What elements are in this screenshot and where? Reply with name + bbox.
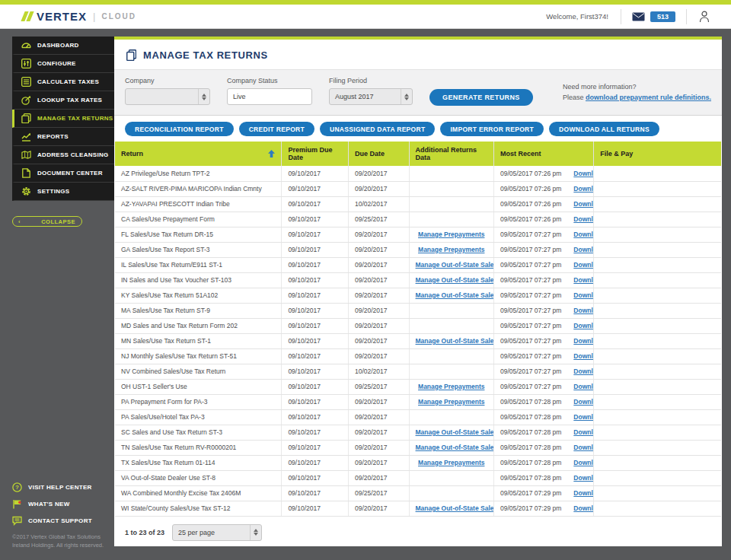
download-link[interactable]: Download — [573, 413, 593, 421]
sidebar-help-link[interactable]: CONTACT SUPPORT — [12, 516, 114, 526]
premium-due-date-cell: 09/10/2017 — [282, 288, 349, 303]
download-link[interactable]: Download — [573, 185, 593, 192]
collapse-label: COLLAPSE — [41, 218, 75, 225]
download-link[interactable]: Download — [573, 368, 593, 375]
company-select[interactable] — [125, 88, 210, 105]
report-button[interactable]: UNASSIGNED DATA REPORT — [320, 122, 435, 136]
additional-returns-cell: Manage Out-of-State Sales — [409, 288, 493, 303]
additional-returns-link[interactable]: Manage Out-of-State Sales — [416, 276, 494, 284]
most-recent-timestamp: 09/05/2017 07:27 pm — [500, 291, 561, 299]
report-button[interactable]: DOWNLOAD ALL RETURNS — [549, 122, 659, 136]
message-count-badge[interactable]: 513 — [650, 11, 675, 22]
download-link[interactable]: Download — [573, 337, 593, 345]
sidebar-item[interactable]: ADDRESS CLEANSING — [12, 146, 114, 164]
page-title: MANAGE TAX RETURNS — [143, 49, 268, 61]
most-recent-cell: 09/05/2017 07:27 pm Download — [493, 227, 593, 242]
most-recent-timestamp: 09/05/2017 07:26 pm — [500, 215, 561, 223]
sort-ascending-icon[interactable] — [268, 150, 275, 158]
download-link[interactable]: Download — [573, 291, 593, 299]
download-link[interactable]: Download — [573, 383, 593, 390]
download-link[interactable]: Download — [573, 352, 593, 360]
report-button[interactable]: IMPORT ERROR REPORT — [440, 122, 544, 136]
download-link[interactable]: Download — [573, 200, 593, 208]
additional-returns-link[interactable]: Manage Prepayments — [418, 398, 484, 406]
table-row: WI State/County Sales/Use Tax ST-12 09/1… — [115, 501, 721, 516]
svg-text:?: ? — [15, 484, 19, 491]
company-status-label: Company Status — [227, 77, 312, 84]
table-row: MA Sales/Use Tax Return ST-9 09/10/2017 … — [115, 303, 721, 318]
additional-returns-link[interactable]: Manage Out-of-State Sales — [416, 444, 494, 451]
download-link[interactable]: Download — [573, 459, 593, 466]
download-link[interactable]: Download — [573, 231, 593, 238]
collapse-button[interactable]: ‹ COLLAPSE — [12, 216, 82, 227]
additional-returns-link[interactable]: Manage Prepayments — [418, 246, 484, 253]
additional-returns-link[interactable]: Manage Prepayments — [418, 459, 484, 466]
sidebar-item[interactable]: DOCUMENT CENTER — [12, 164, 114, 183]
download-link[interactable]: Download — [573, 276, 593, 284]
column-header-most-recent[interactable]: Most Recent — [493, 142, 593, 166]
column-header-due-date[interactable]: Due Date — [348, 142, 409, 166]
download-link[interactable]: Download — [573, 170, 593, 177]
due-date-cell: 09/25/2017 — [348, 485, 409, 501]
download-link[interactable]: Download — [573, 398, 593, 406]
most-recent-cell: 09/05/2017 07:27 pm Download — [493, 303, 593, 318]
download-link[interactable]: Download — [573, 474, 593, 482]
most-recent-timestamp: 09/05/2017 07:27 pm — [500, 368, 561, 375]
download-link[interactable]: Download — [573, 322, 593, 329]
sidebar-help-link[interactable]: ? VISIT HELP CENTER — [12, 482, 114, 492]
most-recent-timestamp: 09/05/2017 07:28 pm — [500, 474, 561, 482]
return-name-cell: TX Sales/Use Tax Return 01-114 — [115, 455, 282, 470]
premium-due-date-cell: 09/10/2017 — [282, 409, 349, 425]
per-page-select[interactable]: 25 per page — [172, 524, 262, 541]
column-header-return[interactable]: Return — [115, 142, 282, 166]
sidebar-item[interactable]: REPORTS — [12, 128, 114, 146]
additional-returns-cell — [409, 166, 493, 181]
download-link[interactable]: Download — [573, 428, 593, 436]
sidebar-item[interactable]: DASHBOARD — [12, 37, 114, 55]
additional-returns-link[interactable]: Manage Out-of-State Sales — [416, 428, 494, 436]
account-button[interactable] — [687, 11, 722, 23]
sidebar-item[interactable]: SETTINGS — [12, 183, 114, 201]
return-name-cell: AZ-SALT RIVER-PIMA MARICOPA Indian Cmnty — [115, 181, 282, 196]
download-link[interactable]: Download — [573, 246, 593, 253]
premium-due-date-cell: 09/10/2017 — [282, 333, 349, 348]
mail-icon[interactable] — [632, 12, 645, 21]
download-link[interactable]: Download — [573, 307, 593, 314]
download-link[interactable]: Download — [573, 261, 593, 269]
sidebar-item[interactable]: CALCULATE TAXES — [12, 73, 114, 91]
messages-button[interactable]: 513 — [621, 11, 686, 22]
additional-returns-link[interactable]: Manage Out-of-State Sales — [416, 337, 494, 345]
download-link[interactable]: Download — [573, 215, 593, 223]
column-header-premium-due-date[interactable]: Premium Due Date — [282, 142, 349, 166]
download-link[interactable]: Download — [573, 444, 593, 451]
additional-returns-link[interactable]: Manage Prepayments — [418, 231, 484, 238]
sidebar-item[interactable]: LOOKUP TAX RATES — [12, 91, 114, 110]
additional-returns-link[interactable]: Manage Prepayments — [418, 383, 484, 390]
return-name-cell: VA Out-of-State Dealer Use ST-8 — [115, 470, 282, 485]
column-header-file-and-pay[interactable]: File & Pay — [594, 142, 721, 166]
return-name-cell: AZ Privilege/Use Return TPT-2 — [115, 166, 282, 181]
additional-returns-cell: Manage Out-of-State Sales — [409, 272, 493, 288]
sidebar-help-link[interactable]: WHAT'S NEW — [12, 499, 114, 509]
additional-returns-link[interactable]: Manage Out-of-State Sales — [416, 291, 494, 299]
table-row: GA Sales/Use Tax Report ST-3 09/10/2017 … — [115, 242, 721, 257]
download-link[interactable]: Download — [573, 489, 593, 497]
download-link[interactable]: Download — [573, 504, 593, 512]
generate-returns-button[interactable]: GENERATE RETURNS — [429, 89, 533, 106]
prepayment-definitions-link[interactable]: download prepayment rule definitions. — [586, 94, 711, 101]
additional-returns-link[interactable]: Manage Out-of-State Sales — [416, 504, 494, 512]
most-recent-timestamp: 09/05/2017 07:28 pm — [500, 444, 561, 451]
file-and-pay-cell — [594, 394, 721, 409]
premium-due-date-cell: 09/10/2017 — [282, 257, 349, 272]
column-header-additional-returns-data[interactable]: Additional Returns Data — [409, 142, 493, 166]
additional-returns-link[interactable]: Manage Out-of-State Sales — [416, 261, 494, 269]
report-button[interactable]: RECONCILIATION REPORT — [125, 122, 234, 136]
filing-period-select[interactable]: August 2017 — [329, 88, 413, 105]
logo-divider: | — [93, 11, 95, 22]
company-status-input[interactable]: Live — [227, 88, 312, 105]
report-button[interactable]: CREDIT REPORT — [239, 122, 314, 136]
person-icon[interactable] — [699, 11, 710, 23]
sidebar-item[interactable]: CONFIGURE — [12, 55, 114, 73]
sidebar-item[interactable]: MANAGE TAX RETURNS — [12, 110, 114, 128]
report-actions-row: RECONCILIATION REPORTCREDIT REPORTUNASSI… — [114, 116, 722, 142]
